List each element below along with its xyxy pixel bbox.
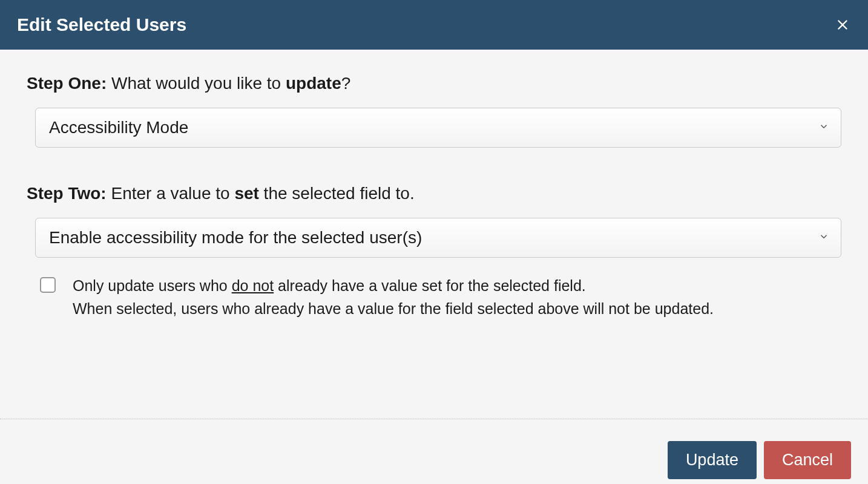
step-one-bold: update <box>286 74 341 93</box>
checkbox-text-block: Only update users who do not already hav… <box>73 275 714 318</box>
value-select-wrapper: Enable accessibility mode for the select… <box>35 218 841 258</box>
modal-header: Edit Selected Users <box>0 0 868 50</box>
step-one-name: Step One: <box>27 74 107 93</box>
step-one-label: Step One: What would you like to update? <box>27 74 841 93</box>
value-select[interactable]: Enable accessibility mode for the select… <box>35 218 841 258</box>
step-two-bold: set <box>234 184 258 203</box>
step-two-name: Step Two: <box>27 184 107 203</box>
update-button[interactable]: Update <box>668 441 757 479</box>
step-one-block: Step One: What would you like to update?… <box>27 74 841 148</box>
close-icon[interactable] <box>834 16 851 33</box>
step-two-label: Step Two: Enter a value to set the selec… <box>27 184 841 203</box>
modal-title: Edit Selected Users <box>17 15 186 35</box>
checkbox-helper-text: When selected, users who already have a … <box>73 300 714 318</box>
step-two-suffix: the selected field to. <box>259 184 415 203</box>
checkbox-main-pre: Only update users who <box>73 277 232 294</box>
checkbox-main-text: Only update users who do not already hav… <box>73 275 714 298</box>
checkbox-main-post: already have a value set for the selecte… <box>274 277 586 294</box>
only-update-empty-checkbox[interactable] <box>40 277 56 293</box>
only-update-empty-row: Only update users who do not already hav… <box>40 275 841 318</box>
step-one-suffix: ? <box>341 74 351 93</box>
step-one-prefix: What would you like to <box>107 74 286 93</box>
cancel-button[interactable]: Cancel <box>764 441 851 479</box>
modal-footer: Update Cancel <box>0 419 868 484</box>
field-select[interactable]: Accessibility Mode <box>35 108 841 148</box>
checkbox-main-underlined: do not <box>232 277 274 294</box>
edit-users-modal: Edit Selected Users Step One: What would… <box>0 0 868 484</box>
step-two-prefix: Enter a value to <box>107 184 235 203</box>
step-two-block: Step Two: Enter a value to set the selec… <box>27 184 841 318</box>
modal-body: Step One: What would you like to update?… <box>0 50 868 419</box>
field-select-wrapper: Accessibility Mode <box>35 108 841 148</box>
